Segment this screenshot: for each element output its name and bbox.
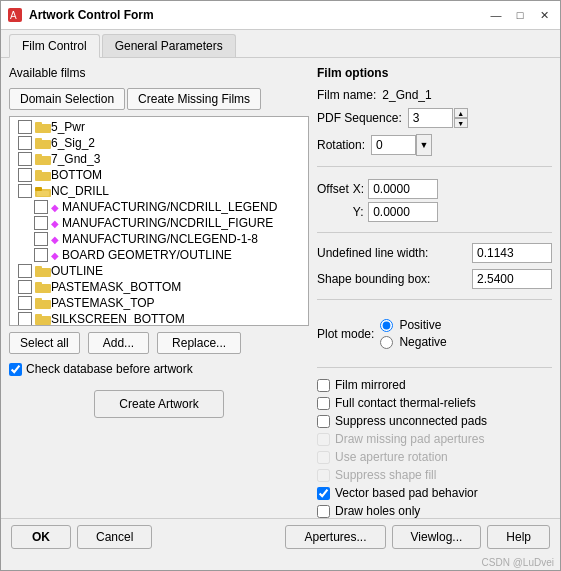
check-database-checkbox[interactable] bbox=[9, 363, 22, 376]
help-button[interactable]: Help bbox=[487, 525, 550, 549]
list-item[interactable]: 6_Sig_2 bbox=[12, 135, 306, 151]
file-tree[interactable]: 5_Pwr 6_Sig_2 7_Gnd_3 bbox=[9, 116, 309, 326]
tree-checkbox[interactable] bbox=[18, 296, 32, 310]
app-icon: A bbox=[7, 7, 23, 23]
suppress-unconnected-checkbox[interactable] bbox=[317, 415, 330, 428]
diamond-icon: ◆ bbox=[51, 202, 59, 213]
plot-mode-row: Plot mode: Positive Negative bbox=[317, 314, 552, 353]
options-checkbox-group: Film mirrored Full contact thermal-relie… bbox=[317, 378, 552, 518]
folder-icon bbox=[35, 281, 51, 293]
positive-radio[interactable] bbox=[380, 319, 393, 332]
negative-radio[interactable] bbox=[380, 336, 393, 349]
draw-holes-checkbox[interactable] bbox=[317, 505, 330, 518]
use-aperture-checkbox[interactable] bbox=[317, 451, 330, 464]
list-item[interactable]: PASTEMASK_TOP bbox=[12, 295, 306, 311]
pdf-sequence-down-button[interactable]: ▼ bbox=[454, 118, 468, 128]
offset-x-input[interactable] bbox=[368, 179, 438, 199]
offset-y-input[interactable] bbox=[368, 202, 438, 222]
tree-checkbox[interactable] bbox=[34, 200, 48, 214]
offset-x-label: X: bbox=[353, 182, 364, 196]
diamond-icon: ◆ bbox=[51, 234, 59, 245]
list-item[interactable]: 5_Pwr bbox=[12, 119, 306, 135]
tree-checkbox[interactable] bbox=[18, 168, 32, 182]
svg-rect-18 bbox=[35, 298, 42, 302]
main-window: A Artwork Control Form — □ ✕ Film Contro… bbox=[0, 0, 561, 571]
left-panel: Available films Domain Selection Create … bbox=[9, 66, 309, 510]
svg-rect-7 bbox=[35, 154, 42, 158]
tree-checkbox[interactable] bbox=[18, 184, 32, 198]
tree-checkbox[interactable] bbox=[18, 312, 32, 326]
suppress-shape-checkbox[interactable] bbox=[317, 469, 330, 482]
pdf-sequence-spinner: ▲ ▼ bbox=[408, 108, 552, 128]
folder-icon bbox=[35, 153, 51, 165]
tree-checkbox[interactable] bbox=[18, 280, 32, 294]
draw-holes-row: Draw holes only bbox=[317, 504, 552, 518]
rotation-dropdown-button[interactable]: ▼ bbox=[416, 134, 432, 156]
shape-bounding-box-label: Shape bounding box: bbox=[317, 272, 430, 286]
svg-rect-16 bbox=[35, 282, 42, 286]
vector-based-checkbox[interactable] bbox=[317, 487, 330, 500]
draw-missing-row: Draw missing pad apertures bbox=[317, 432, 552, 446]
create-artwork-button[interactable]: Create Artwork bbox=[94, 390, 223, 418]
rotation-input[interactable] bbox=[371, 135, 416, 155]
ok-button[interactable]: OK bbox=[11, 525, 71, 549]
list-item[interactable]: ◆ MANUFACTURING/NCDRILL_LEGEND bbox=[12, 199, 306, 215]
full-contact-label: Full contact thermal-reliefs bbox=[335, 396, 476, 410]
undefined-line-width-label: Undefined line width: bbox=[317, 246, 428, 260]
list-item[interactable]: SILKSCREEN_BOTTOM bbox=[12, 311, 306, 326]
tree-checkbox[interactable] bbox=[34, 216, 48, 230]
watermark: CSDN @LuDvei bbox=[1, 555, 560, 570]
list-item[interactable]: ◆ MANUFACTURING/NCDRILL_FIGURE bbox=[12, 215, 306, 231]
bottom-right-buttons: Apertures... Viewlog... Help bbox=[285, 525, 550, 549]
svg-rect-3 bbox=[35, 122, 42, 126]
film-mirrored-row: Film mirrored bbox=[317, 378, 552, 392]
tree-checkbox[interactable] bbox=[18, 264, 32, 278]
folder-icon bbox=[35, 265, 51, 277]
pdf-sequence-up-button[interactable]: ▲ bbox=[454, 108, 468, 118]
close-button[interactable]: ✕ bbox=[534, 5, 554, 25]
apertures-button[interactable]: Apertures... bbox=[285, 525, 385, 549]
select-all-button[interactable]: Select all bbox=[9, 332, 80, 354]
tree-checkbox[interactable] bbox=[34, 232, 48, 246]
tree-checkbox[interactable] bbox=[18, 136, 32, 150]
film-mirrored-checkbox[interactable] bbox=[317, 379, 330, 392]
list-item[interactable]: 7_Gnd_3 bbox=[12, 151, 306, 167]
replace-button[interactable]: Replace... bbox=[157, 332, 241, 354]
list-item[interactable]: OUTLINE bbox=[12, 263, 306, 279]
domain-selection-button[interactable]: Domain Selection bbox=[9, 88, 125, 110]
check-database-row: Check database before artwork bbox=[9, 360, 309, 378]
suppress-unconnected-label: Suppress unconnected pads bbox=[335, 414, 487, 428]
list-item[interactable]: NC_DRILL bbox=[12, 183, 306, 199]
tree-checkbox[interactable] bbox=[18, 152, 32, 166]
tab-bar: Film Control General Parameters bbox=[1, 30, 560, 58]
window-controls: — □ ✕ bbox=[486, 5, 554, 25]
domain-bar: Domain Selection Create Missing Films bbox=[9, 88, 309, 110]
tab-general-parameters[interactable]: General Parameters bbox=[102, 34, 236, 57]
list-item[interactable]: ◆ MANUFACTURING/NCLEGEND-1-8 bbox=[12, 231, 306, 247]
offset-section: Offset X: Y: bbox=[317, 179, 552, 222]
shape-bounding-box-row: Shape bounding box: bbox=[317, 269, 552, 289]
rotation-label: Rotation: bbox=[317, 138, 365, 152]
minimize-button[interactable]: — bbox=[486, 5, 506, 25]
tree-checkbox[interactable] bbox=[18, 120, 32, 134]
folder-icon bbox=[35, 169, 51, 181]
tab-film-control[interactable]: Film Control bbox=[9, 34, 100, 58]
full-contact-checkbox[interactable] bbox=[317, 397, 330, 410]
shape-bounding-box-input[interactable] bbox=[472, 269, 552, 289]
tree-checkbox[interactable] bbox=[34, 248, 48, 262]
list-item[interactable]: PASTEMASK_BOTTOM bbox=[12, 279, 306, 295]
maximize-button[interactable]: □ bbox=[510, 5, 530, 25]
positive-label: Positive bbox=[399, 318, 441, 332]
list-item[interactable]: BOTTOM bbox=[12, 167, 306, 183]
plot-mode-label: Plot mode: bbox=[317, 327, 374, 341]
pdf-sequence-input[interactable] bbox=[408, 108, 453, 128]
undefined-line-width-input[interactable] bbox=[472, 243, 552, 263]
svg-rect-20 bbox=[35, 314, 42, 318]
list-item[interactable]: ◆ BOARD GEOMETRY/OUTLINE bbox=[12, 247, 306, 263]
cancel-button[interactable]: Cancel bbox=[77, 525, 152, 549]
create-missing-button[interactable]: Create Missing Films bbox=[127, 88, 261, 110]
draw-missing-checkbox[interactable] bbox=[317, 433, 330, 446]
use-aperture-label: Use aperture rotation bbox=[335, 450, 448, 464]
viewlog-button[interactable]: Viewlog... bbox=[392, 525, 482, 549]
add-button[interactable]: Add... bbox=[88, 332, 149, 354]
